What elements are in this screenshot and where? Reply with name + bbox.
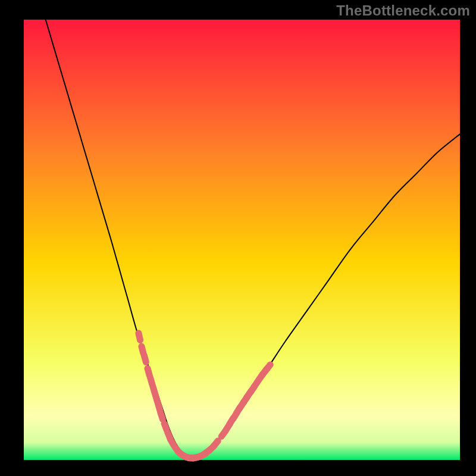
curve-marker	[170, 439, 174, 445]
curve-marker	[164, 424, 167, 430]
chart-frame: TheBottleneck.com	[0, 0, 476, 476]
curve-marker	[214, 441, 218, 446]
plot-background	[24, 20, 460, 460]
watermark-text: TheBottleneck.com	[336, 2, 470, 19]
bottleneck-chart	[0, 0, 476, 476]
curve-marker	[139, 333, 140, 340]
curve-marker	[144, 355, 146, 362]
curve-marker	[161, 412, 163, 419]
curve-marker	[266, 365, 270, 370]
